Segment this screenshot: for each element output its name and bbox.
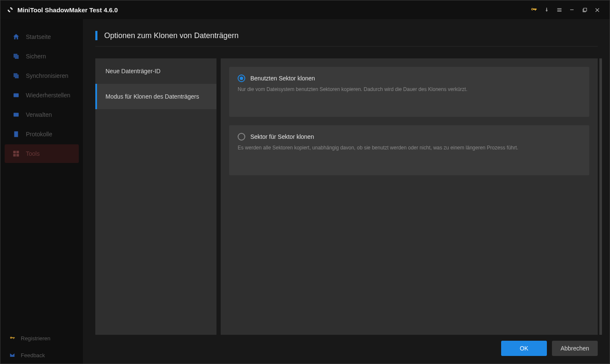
register-button[interactable]: Registrieren: [0, 330, 83, 347]
radio-icon: [238, 133, 245, 141]
backup-icon: [12, 52, 20, 60]
app-title: MiniTool ShadowMaker Test 4.6.0: [17, 6, 118, 14]
logs-icon: [12, 130, 20, 138]
nav-label: Wiederherstellen: [26, 92, 70, 99]
content-area: Optionen zum Klonen von Datenträgern Neu…: [83, 19, 610, 364]
feedback-button[interactable]: Feedback: [0, 347, 83, 364]
minimize-button[interactable]: [566, 3, 578, 16]
nav-label: Startseite: [26, 33, 51, 40]
radio-label: Sektor für Sektor klonen: [250, 133, 314, 140]
page-title: Optionen zum Klonen von Datenträgern: [104, 31, 238, 40]
nav-restore[interactable]: Wiederherstellen: [5, 86, 79, 105]
dialog-footer: OK Abbrechen: [95, 335, 598, 356]
key-icon: [9, 335, 16, 342]
header-accent: [95, 31, 97, 40]
nav-sync[interactable]: Synchronisieren: [5, 66, 79, 85]
restore-icon: [12, 91, 20, 99]
option-tab-list: Neue Datenträger-ID Modus für Klonen des…: [95, 58, 216, 335]
feedback-label: Feedback: [21, 352, 45, 358]
option-tab-clone-mode[interactable]: Modus für Klonen des Datenträgers: [95, 84, 216, 109]
page-header: Optionen zum Klonen von Datenträgern: [95, 31, 598, 47]
nav-label: Verwalten: [26, 111, 52, 118]
radio-description: Nur die vom Dateisystem benutzten Sektor…: [238, 85, 581, 93]
tools-icon: [12, 150, 20, 157]
nav-label: Sichern: [26, 53, 46, 60]
option-tab-label: Neue Datenträger-ID: [105, 68, 161, 74]
menu-button[interactable]: [553, 3, 566, 16]
cancel-label: Abbrechen: [560, 345, 589, 352]
nav-tools[interactable]: Tools: [5, 144, 79, 163]
clone-mode-sector-by-sector[interactable]: Sektor für Sektor klonen Es werden alle …: [229, 125, 589, 175]
radio-icon: [238, 74, 245, 82]
svg-rect-0: [14, 94, 19, 97]
notify-button[interactable]: [540, 3, 553, 16]
option-tab-label: Modus für Klonen des Datenträgers: [105, 93, 199, 100]
cancel-button[interactable]: Abbrechen: [552, 341, 598, 356]
nav-label: Protokolle: [26, 131, 52, 138]
nav-sidebar: Startseite Sichern Synchronisieren Wiede…: [0, 19, 83, 364]
option-tab-disk-id[interactable]: Neue Datenträger-ID: [95, 58, 216, 84]
nav-backup[interactable]: Sichern: [5, 47, 79, 66]
clone-mode-used-sector[interactable]: Benutzten Sektor klonen Nur die vom Date…: [229, 67, 589, 117]
nav-label: Tools: [26, 150, 40, 157]
option-content: Benutzten Sektor klonen Nur die vom Date…: [221, 58, 598, 335]
nav-label: Synchronisieren: [26, 72, 68, 79]
radio-description: Es werden alle Sektoren kopiert, unabhän…: [238, 144, 581, 152]
nav-home[interactable]: Startseite: [5, 28, 79, 46]
ok-button[interactable]: OK: [501, 341, 547, 356]
license-key-button[interactable]: [527, 3, 540, 16]
register-label: Registrieren: [21, 335, 50, 342]
svg-rect-1: [14, 113, 19, 117]
mail-icon: [9, 352, 16, 358]
maximize-button[interactable]: [578, 3, 591, 16]
radio-label: Benutzten Sektor klonen: [250, 75, 315, 82]
manage-icon: [12, 111, 20, 119]
ok-label: OK: [520, 345, 528, 352]
home-icon: [12, 33, 20, 41]
nav-logs[interactable]: Protokolle: [5, 125, 79, 143]
nav-manage[interactable]: Verwalten: [5, 105, 79, 124]
close-button[interactable]: [591, 3, 604, 16]
title-bar: MiniTool ShadowMaker Test 4.6.0: [0, 0, 610, 19]
app-logo-icon: [6, 6, 14, 14]
sync-icon: [12, 72, 20, 80]
